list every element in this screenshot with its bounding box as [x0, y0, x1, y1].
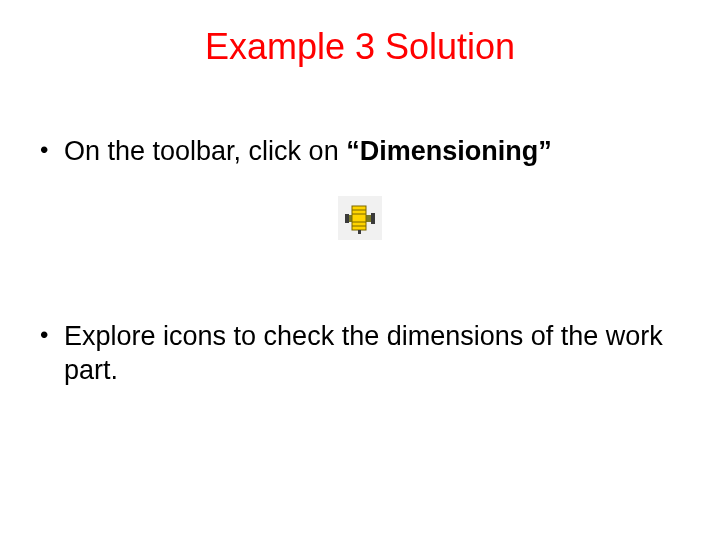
bullet-1-keyword: “Dimensioning”: [346, 136, 552, 166]
bullet-list-1: On the toolbar, click on “Dimensioning”: [36, 135, 684, 179]
bullet-list-2: Explore icons to check the dimensions of…: [36, 320, 684, 398]
bullet-1-text: On the toolbar, click on: [64, 136, 346, 166]
bullet-2-text: Explore icons to check the dimensions of…: [64, 321, 663, 385]
slide: Example 3 Solution On the toolbar, click…: [0, 0, 720, 540]
bullet-item-2: Explore icons to check the dimensions of…: [36, 320, 684, 388]
svg-rect-2: [371, 213, 375, 224]
bullet-item-1: On the toolbar, click on “Dimensioning”: [36, 135, 684, 169]
slide-title: Example 3 Solution: [0, 26, 720, 68]
svg-rect-3: [345, 214, 349, 223]
icon-row: [0, 196, 720, 240]
svg-rect-9: [358, 230, 361, 234]
dimensioning-tool-icon: [338, 196, 382, 240]
